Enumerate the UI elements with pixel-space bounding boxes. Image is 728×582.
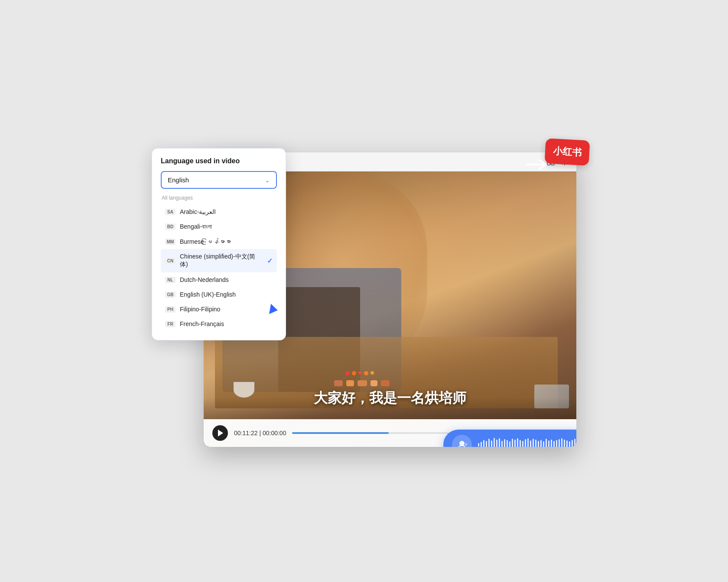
waveform-bar [569, 441, 570, 447]
time-display: 00:11:22 | 00:00:00 [234, 430, 286, 436]
language-list: SA Arabic-العربية BD Bengali-বাংলা MM Bu… [161, 204, 277, 331]
waveform-bar [517, 438, 518, 447]
lang-name-label: Bengali-বাংলা [180, 223, 273, 230]
video-subtitle: 大家好，我是一名烘培师 [204, 389, 576, 408]
lang-name-label: Burmese-မြန်မာစာ [180, 238, 273, 245]
selected-language-value: English [168, 176, 189, 184]
waveform-bar [566, 440, 568, 447]
waveform-bar [546, 439, 547, 447]
waveform-bar [520, 440, 521, 447]
waveform-bar [522, 441, 523, 447]
chevron-down-icon: ⌄ [265, 177, 270, 184]
play-button[interactable] [212, 425, 228, 441]
waveform-bar [561, 438, 562, 447]
language-item[interactable]: BD Bengali-বাংলা [161, 219, 277, 234]
progress-fill [292, 432, 388, 434]
waveform-bar [481, 442, 482, 447]
waveform-bar [501, 441, 503, 447]
panel-title: Language used in video [161, 157, 277, 165]
waveform-bar [556, 440, 557, 447]
audio-waveform [478, 438, 576, 447]
waveform-bar [551, 440, 552, 447]
lang-name-label: Arabic-العربية [180, 208, 273, 215]
waveform-bar [525, 439, 526, 447]
waveform-bar [483, 440, 484, 447]
waveform-bar [486, 441, 487, 447]
language-select-box[interactable]: English ⌄ [161, 171, 277, 189]
waveform-bar [530, 440, 531, 447]
waveform-bar [527, 438, 529, 447]
lang-name-label: Chinese (simplified)-中文(简体) [180, 253, 263, 268]
lang-code-badge: SA [165, 209, 176, 215]
waveform-bar [535, 440, 536, 447]
audio-pill [443, 430, 576, 447]
waveform-bar [507, 440, 508, 447]
waveform-bar [509, 441, 510, 447]
xiaohongshu-badge[interactable]: 小红书 [545, 138, 590, 165]
waveform-bar [543, 441, 544, 447]
lang-name-label: Dutch-Nederlands [180, 276, 273, 283]
lang-code-badge: MM [165, 239, 176, 245]
cursor-arrow-icon [269, 304, 279, 316]
waveform-bar [548, 440, 549, 447]
lang-code-badge: BD [165, 223, 176, 230]
language-item[interactable]: CN Chinese (simplified)-中文(简体) ✓ [161, 249, 277, 272]
lang-code-badge: PH [165, 306, 176, 313]
speaker-avatar-icon [452, 435, 472, 447]
play-icon [218, 430, 223, 436]
language-item[interactable]: MM Burmese-မြန်မာစာ [161, 234, 277, 249]
waveform-bar [496, 440, 497, 447]
check-mark-icon: ✓ [267, 257, 273, 265]
waveform-bar [572, 440, 573, 447]
waveform-bar [533, 439, 534, 447]
waveform-bar [499, 438, 500, 447]
language-item[interactable]: NL Dutch-Nederlands [161, 272, 277, 287]
language-item[interactable]: GB English (UK)-English [161, 287, 277, 302]
lang-name-label: Filipino-Filipino [180, 306, 273, 313]
lang-code-badge: CN [165, 258, 176, 264]
waveform-bar [504, 439, 505, 447]
waveform-bar [514, 440, 516, 447]
waveform-bar [574, 439, 575, 447]
language-item[interactable]: FR French-Français [161, 317, 277, 331]
waveform-bar [559, 439, 560, 447]
waveform-bar [564, 440, 565, 447]
lang-code-badge: FR [165, 321, 176, 327]
language-item[interactable]: SA Arabic-العربية [161, 204, 277, 219]
waveform-bar [488, 439, 490, 447]
lang-code-badge: GB [165, 291, 176, 298]
scene-wrapper: 小红书 Language used in video English ⌄ All… [152, 135, 576, 447]
lang-code-badge: NL [165, 277, 176, 283]
waveform-bar [491, 440, 492, 447]
waveform-bar [540, 440, 542, 447]
waveform-bar [538, 441, 539, 447]
language-panel: Language used in video English ⌄ All lan… [152, 148, 286, 340]
badge-arrow-icon [524, 157, 550, 175]
waveform-bar [494, 438, 495, 447]
lang-name-label: French-Français [180, 320, 273, 327]
waveform-bar [553, 441, 555, 447]
language-item[interactable]: PH Filipino-Filipino [161, 302, 277, 317]
waveform-bar [512, 439, 513, 447]
waveform-bar [478, 443, 479, 446]
lang-name-label: English (UK)-English [180, 291, 273, 298]
all-languages-label: All languages [161, 195, 277, 201]
